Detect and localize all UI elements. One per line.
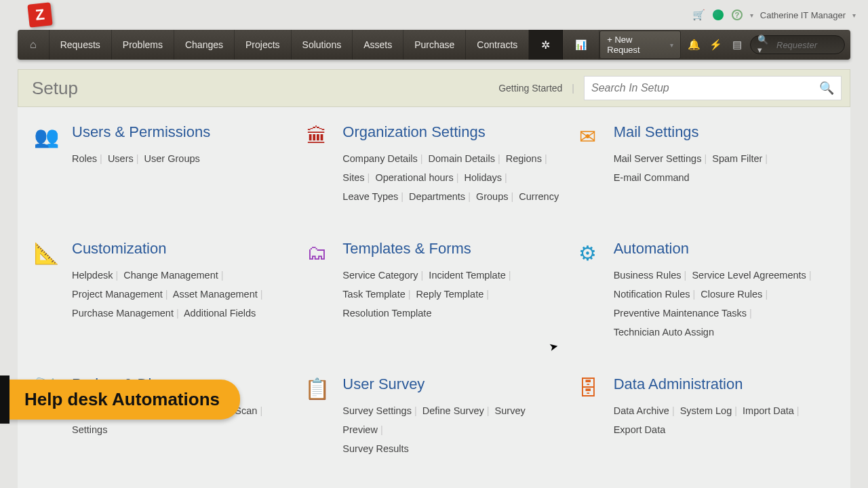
card-title[interactable]: Templates & Forms: [342, 240, 566, 258]
help-icon[interactable]: ?: [731, 9, 743, 21]
user-name[interactable]: Catherine IT Manager: [760, 10, 846, 20]
link-business-rules[interactable]: Business Rules: [614, 270, 682, 281]
nav-assets[interactable]: Assets: [353, 30, 403, 60]
card-user-survey: 📋 User Survey Survey Settings| Define Su…: [302, 375, 566, 458]
help-caret-icon[interactable]: ▾: [750, 12, 753, 19]
nav-solutions[interactable]: Solutions: [292, 30, 353, 60]
nav-purchase[interactable]: Purchase: [403, 30, 466, 60]
user-caret-icon[interactable]: ▾: [852, 12, 856, 19]
link-reply-template[interactable]: Reply Template: [416, 289, 484, 300]
link-roles[interactable]: Roles: [72, 153, 97, 164]
notifications-icon[interactable]: 🔔: [685, 36, 703, 54]
data-admin-icon: 🗄: [573, 377, 603, 404]
card-title[interactable]: Mail Settings: [614, 123, 837, 141]
link-user-groups[interactable]: User Groups: [144, 153, 200, 164]
requester-search[interactable]: 🔍▾: [750, 35, 845, 54]
link-service-category[interactable]: Service Category: [342, 270, 418, 281]
getting-started-link[interactable]: Getting Started: [498, 83, 562, 94]
card-title[interactable]: Automation: [614, 240, 837, 258]
link-closure-rules[interactable]: Closure Rules: [701, 289, 762, 300]
cart-icon[interactable]: 🛒: [693, 9, 705, 21]
link-tech-auto-assign[interactable]: Technician Auto Assign: [614, 327, 714, 338]
globe-icon[interactable]: [712, 9, 724, 21]
chevron-down-icon: ▾: [670, 41, 673, 49]
link-purchase-mgmt[interactable]: Purchase Management: [72, 308, 174, 319]
link-survey-settings[interactable]: Survey Settings: [342, 405, 412, 416]
new-request-button[interactable]: + New Request ▾: [599, 30, 681, 59]
nav-right-cluster: + New Request ▾ 🔔 ⚡ ▤ 🔍▾: [599, 30, 850, 60]
nav-changes[interactable]: Changes: [174, 30, 235, 60]
link-notification-rules[interactable]: Notification Rules: [614, 289, 690, 300]
card-title[interactable]: Customization: [72, 240, 295, 258]
link-pm-tasks[interactable]: Preventive Maintenance Tasks: [614, 308, 747, 319]
nav-problems[interactable]: Problems: [112, 30, 174, 60]
card-links: Business Rules| Service Level Agreements…: [614, 266, 837, 342]
card-links: Data Archive| System Log| Import Data| E…: [614, 401, 837, 439]
link-departments[interactable]: Departments: [409, 191, 465, 202]
mail-icon: ✉: [573, 125, 603, 152]
tutorial-banner: Help desk Automations: [0, 380, 240, 420]
card-title[interactable]: Users & Permissions: [72, 123, 295, 141]
link-asset-mgmt[interactable]: Asset Management: [173, 289, 258, 300]
bolt-icon[interactable]: ⚡: [707, 36, 724, 54]
link-incident-template[interactable]: Incident Template: [429, 270, 505, 281]
link-settings[interactable]: Settings: [72, 424, 107, 435]
link-system-log[interactable]: System Log: [680, 405, 732, 416]
card-links: Company Details| Domain Details| Regions…: [342, 149, 566, 206]
link-groups[interactable]: Groups: [476, 191, 509, 202]
link-spam-filter[interactable]: Spam Filter: [712, 153, 762, 164]
link-currency[interactable]: Currency: [519, 191, 559, 202]
link-change-mgmt[interactable]: Change Management: [123, 270, 218, 281]
card-title[interactable]: Organization Settings: [342, 123, 566, 141]
search-icon: 🔍▾: [757, 35, 772, 55]
page-header: Setup Getting Started | 🔍: [18, 69, 850, 107]
card-links: Roles| Users| User Groups: [72, 149, 295, 168]
nav-home-icon[interactable]: ⌂: [18, 30, 50, 60]
link-additional-fields[interactable]: Additional Fields: [184, 308, 256, 319]
link-holidays[interactable]: Holidays: [464, 172, 502, 183]
setup-search-input[interactable]: [591, 82, 819, 94]
link-sites[interactable]: Sites: [342, 172, 364, 183]
link-import-data[interactable]: Import Data: [743, 405, 794, 416]
link-resolution-template[interactable]: Resolution Template: [342, 308, 431, 319]
link-company-details[interactable]: Company Details: [342, 153, 417, 164]
nav-reports-icon[interactable]: 📊: [563, 30, 599, 60]
list-icon[interactable]: ▤: [728, 36, 746, 54]
card-customization: 📐 Customization Helpdesk| Change Managem…: [31, 240, 295, 342]
organization-icon: 🏛: [302, 125, 332, 152]
link-survey-results[interactable]: Survey Results: [342, 443, 409, 454]
card-title[interactable]: User Survey: [342, 375, 566, 393]
setup-search[interactable]: 🔍: [584, 76, 842, 100]
search-icon[interactable]: 🔍: [819, 81, 834, 96]
card-automation: ⚙ Automation Business Rules| Service Lev…: [573, 240, 837, 342]
link-domain-details[interactable]: Domain Details: [429, 153, 495, 164]
main-nav: ⌂ Requests Problems Changes Projects Sol…: [18, 30, 850, 60]
link-data-archive[interactable]: Data Archive: [614, 405, 669, 416]
app-logo[interactable]: Z: [27, 2, 52, 27]
link-leave-types[interactable]: Leave Types: [342, 191, 398, 202]
nav-requests[interactable]: Requests: [50, 30, 112, 60]
link-helpdesk[interactable]: Helpdesk: [72, 270, 113, 281]
link-export-data[interactable]: Export Data: [614, 424, 666, 435]
link-op-hours[interactable]: Operational hours: [375, 172, 453, 183]
link-task-template[interactable]: Task Template: [342, 289, 405, 300]
link-users[interactable]: Users: [108, 153, 134, 164]
requester-search-input[interactable]: [776, 40, 837, 50]
link-project-mgmt[interactable]: Project Management: [72, 289, 163, 300]
link-regions[interactable]: Regions: [506, 153, 542, 164]
link-define-survey[interactable]: Define Survey: [422, 405, 484, 416]
card-links: Service Category| Incident Template| Tas…: [342, 266, 566, 323]
link-sla[interactable]: Service Level Agreements: [692, 270, 806, 281]
link-mail-server[interactable]: Mail Server Settings: [614, 153, 702, 164]
templates-icon: 🗂: [302, 241, 332, 268]
nav-contracts[interactable]: Contracts: [466, 30, 529, 60]
card-title[interactable]: Data Administration: [614, 375, 837, 393]
card-links: Mail Server Settings| Spam Filter| E-mai…: [614, 149, 837, 187]
card-links: Survey Settings| Define Survey| Survey P…: [342, 401, 566, 458]
top-bar: Z 🛒 ? ▾ Catherine IT Manager ▾: [0, 0, 868, 30]
new-request-label: + New Request: [607, 35, 667, 55]
automation-icon: ⚙: [573, 241, 603, 268]
nav-projects[interactable]: Projects: [235, 30, 292, 60]
link-email-command[interactable]: E-mail Command: [614, 172, 690, 183]
nav-setup-icon[interactable]: ✲: [529, 30, 563, 60]
